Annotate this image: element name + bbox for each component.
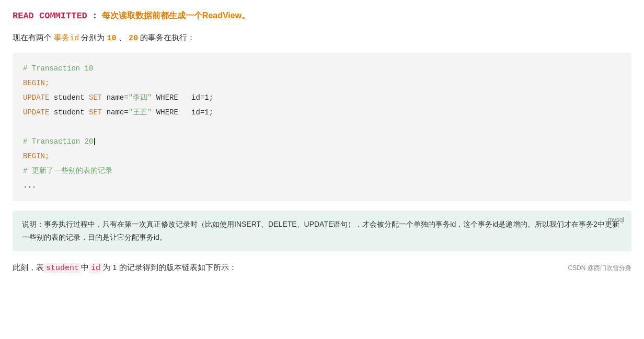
intro-sep1: 、	[119, 33, 126, 42]
title-line: READ COMMITTED ： 每次读取数据前都生成一个ReadView。	[13, 10, 631, 21]
intro-prefix: 现在有两个	[13, 33, 52, 42]
code-blank	[23, 120, 621, 134]
code-begin2: BEGIN;	[23, 149, 621, 163]
code-comment2: # Transaction 20	[23, 134, 621, 149]
intro-trx-id: 事务id	[54, 34, 79, 43]
bottom-line: 此刻，表student中id为 1 的记录得到的版本链表如下所示： CSDN @…	[13, 261, 631, 275]
bottom-suffix: 为 1 的记录得到的版本链表如下所示：	[102, 263, 237, 272]
title-colon: ：	[90, 10, 99, 21]
code-comment3: # 更新了一些别的表的记录	[23, 163, 621, 178]
note-text: 说明：事务执行过程中，只有在第一次真正修改记录时（比如使用INSERT、DELE…	[22, 220, 619, 241]
intro-line: 现在有两个 事务id 分别为 10 、 20 的事务在执行：	[13, 31, 631, 45]
cursor-icon	[94, 138, 95, 145]
bottom-id-label: id	[89, 263, 102, 273]
note-block: mysql 说明：事务执行过程中，只有在第一次真正修改记录时（比如使用INSER…	[13, 211, 631, 251]
note-mysql-label: mysql	[608, 215, 624, 226]
csdn-tag: CSDN @西门吹雪分身	[568, 263, 631, 273]
intro-suffix: 的事务在执行：	[140, 33, 195, 42]
code-begin1: BEGIN;	[23, 76, 621, 90]
code-ellipsis: ...	[23, 178, 621, 193]
bottom-prefix: 此刻，表	[13, 263, 44, 272]
code-update2: UPDATE student SET name="王五" WHERE id=1;	[23, 105, 621, 120]
rc-label: READ COMMITTED	[13, 11, 87, 21]
bottom-table: student	[44, 263, 81, 273]
intro-num2: 20	[129, 34, 138, 43]
title-desc: 每次读取数据前都生成一个ReadView。	[102, 10, 250, 21]
intro-num1: 10	[107, 34, 117, 43]
code-update1: UPDATE student SET name="李四" WHERE id=1;	[23, 90, 621, 105]
code-comment1: # Transaction 10	[23, 61, 621, 76]
bottom-middle: 中	[81, 263, 89, 272]
code-block: # Transaction 10 BEGIN; UPDATE student S…	[13, 53, 631, 201]
intro-middle: 分别为	[81, 33, 105, 42]
bottom-text: 此刻，表student中id为 1 的记录得到的版本链表如下所示：	[13, 261, 237, 275]
